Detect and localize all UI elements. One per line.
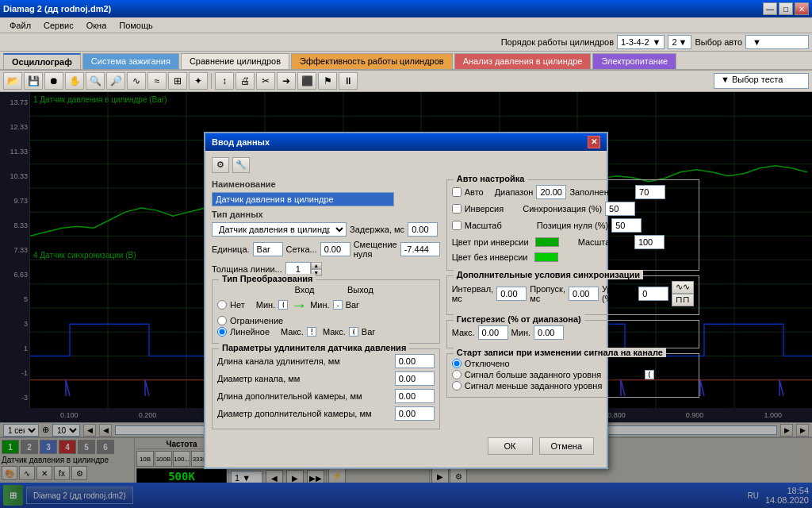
dialog-title-text: Ввод данных xyxy=(212,137,270,147)
dialog-columns: Наименование Тип данных Датчик давления … xyxy=(212,179,600,434)
maximize-button[interactable]: □ xyxy=(779,2,793,15)
tb-arrow[interactable]: ➜ xyxy=(277,72,296,90)
inversion-checkbox[interactable] xyxy=(452,204,462,214)
tb-hand[interactable]: ✋ xyxy=(65,72,84,90)
dialog-input-data: Ввод данных ✕ ⚙ 🔧 xyxy=(204,132,608,469)
scale-pct-input[interactable] xyxy=(634,235,665,249)
color-inv-swatch[interactable] xyxy=(534,252,558,262)
start-off-radio[interactable] xyxy=(452,359,462,368)
thickness-label: Толщина линии... xyxy=(212,264,282,274)
extender-row2: Диаметр канала, мм xyxy=(217,371,435,386)
out-min-input[interactable] xyxy=(333,300,343,310)
tb-save[interactable]: 💾 xyxy=(24,72,43,90)
auto-select-combo[interactable]: ▼ xyxy=(745,35,809,49)
type-select[interactable]: Датчик давления в цилиндре xyxy=(212,222,347,237)
tb-mark[interactable]: ✦ xyxy=(189,72,208,90)
out-max-input[interactable] xyxy=(349,327,358,337)
sync-icon-pulse[interactable]: ⊓⊓ xyxy=(672,294,694,306)
tab-efficiency[interactable]: Эффективность работы цилиндров xyxy=(291,53,453,69)
unit-input[interactable] xyxy=(253,242,283,256)
color-noinv-swatch[interactable] xyxy=(535,237,559,247)
tb-open[interactable]: 📂 xyxy=(3,72,22,90)
app-window: Diamag 2 (дд rodnoj.dm2) — □ ✕ Файл Серв… xyxy=(0,0,812,508)
zero-pos-input[interactable] xyxy=(611,218,642,233)
cylinder-count-combo[interactable]: 2 ▼ xyxy=(668,35,691,49)
dlg-tb-icon1[interactable]: ⚙ xyxy=(212,157,229,173)
ch-dia-label: Диаметр канала, мм xyxy=(217,374,392,383)
dlg-tb-icon2[interactable]: 🔧 xyxy=(232,157,250,173)
range-input[interactable] xyxy=(536,185,566,199)
start-above-radio[interactable] xyxy=(452,370,462,379)
menu-help[interactable]: Помощь xyxy=(113,19,159,32)
minimize-button[interactable]: — xyxy=(763,2,777,15)
tb-rec[interactable]: ⏺ xyxy=(44,72,63,90)
skip-input[interactable] xyxy=(569,287,599,301)
in-max-input[interactable] xyxy=(307,327,316,337)
start-below-radio[interactable] xyxy=(452,381,462,391)
close-button[interactable]: ✕ xyxy=(795,2,809,15)
cancel-button[interactable]: Отмена xyxy=(539,437,594,455)
hyster-min-input[interactable] xyxy=(534,325,564,340)
thickness-spin-up[interactable]: ▲ xyxy=(311,262,322,269)
tb-flag[interactable]: ⚑ xyxy=(318,72,337,90)
radio-linear[interactable] xyxy=(217,327,227,337)
tab-cylinders[interactable]: Сравнение цилиндров xyxy=(181,53,289,69)
sync-pct-input[interactable] xyxy=(605,202,635,216)
grid-input[interactable] xyxy=(320,242,350,256)
start-below-row: Сигнал меньше заданного уровня xyxy=(452,381,695,391)
tb-filter[interactable]: ∿ xyxy=(127,72,146,90)
start-unit: B xyxy=(657,370,663,379)
fill-input[interactable] xyxy=(635,185,665,199)
extender-row1: Длина канала удлинителя, мм xyxy=(217,354,435,368)
ch-len-input[interactable] xyxy=(395,354,435,368)
offset-input[interactable] xyxy=(400,242,440,256)
tb-grid[interactable]: ⊞ xyxy=(168,72,187,90)
tb-wave[interactable]: ≈ xyxy=(147,72,167,90)
auto-checkbox-label: Авто xyxy=(465,187,484,197)
radio-none[interactable] xyxy=(217,300,227,310)
tb-cursor[interactable]: ↕ xyxy=(215,72,234,90)
test-selector-combo[interactable]: ▼ Выбор теста xyxy=(714,73,809,89)
sync-cond-row1: Интервал, мс Пропуск, мс Уровень (%) ∿∿ … xyxy=(452,281,695,306)
interval-input[interactable] xyxy=(496,287,527,301)
tab-power[interactable]: Электропитание xyxy=(592,53,676,69)
name-input[interactable] xyxy=(212,192,394,206)
ok-button[interactable]: ОК xyxy=(488,437,533,455)
ch-dia-input[interactable] xyxy=(395,371,435,386)
auto-checkbox[interactable] xyxy=(452,187,462,197)
scale-checkbox[interactable] xyxy=(452,221,462,230)
add-ch-dia-input[interactable] xyxy=(395,406,435,421)
in-min-input[interactable] xyxy=(278,300,288,310)
radio-limit[interactable] xyxy=(217,316,227,325)
cylinder-order-combo[interactable]: 1-3-4-2 ▼ xyxy=(617,35,665,49)
tab-oscillograph[interactable]: Осциллограф xyxy=(3,53,81,69)
delay-input[interactable] xyxy=(408,222,438,237)
tb-pause[interactable]: ⏸ xyxy=(339,72,358,90)
auto-select-label: Выбор авто xyxy=(695,37,742,47)
sync-icon-wave[interactable]: ∿∿ xyxy=(672,281,694,294)
tb-print[interactable]: 🖨 xyxy=(236,72,255,90)
level-label: Уровень (%) xyxy=(602,284,635,303)
extender-group: Параметры удлинителя датчика давления Дл… xyxy=(212,348,440,429)
tb-stop[interactable]: ⬛ xyxy=(297,72,316,90)
menu-windows[interactable]: Окна xyxy=(80,19,113,32)
tab-pressure[interactable]: Анализ давления в цилиндре xyxy=(454,53,592,69)
level-input[interactable] xyxy=(638,287,668,301)
start-level-input[interactable] xyxy=(645,370,654,379)
start-above-label: Сигнал больше заданного уровня xyxy=(465,370,602,379)
output-col-label: Выход xyxy=(347,285,373,294)
radio-limit-row: Ограничение xyxy=(217,316,435,325)
test-selector-area: ▼ Выбор теста xyxy=(714,73,809,89)
hyster-max-input[interactable] xyxy=(478,325,508,340)
dialog-toolbar: ⚙ 🔧 xyxy=(212,157,600,173)
tb-zoom[interactable]: 🔍 xyxy=(86,72,105,90)
hyster-min-label: Мин. xyxy=(511,328,530,337)
add-ch-len-input[interactable] xyxy=(395,389,435,403)
menu-file[interactable]: Файл xyxy=(3,19,37,32)
menu-service[interactable]: Сервис xyxy=(37,19,80,32)
form-row-io-labels: Вход Выход xyxy=(281,285,435,294)
tab-ignition[interactable]: Система зажигания xyxy=(82,53,179,69)
dialog-close-button[interactable]: ✕ xyxy=(588,136,600,148)
tb-zoom2[interactable]: 🔎 xyxy=(106,72,125,90)
tb-delete[interactable]: ✂ xyxy=(256,72,275,90)
